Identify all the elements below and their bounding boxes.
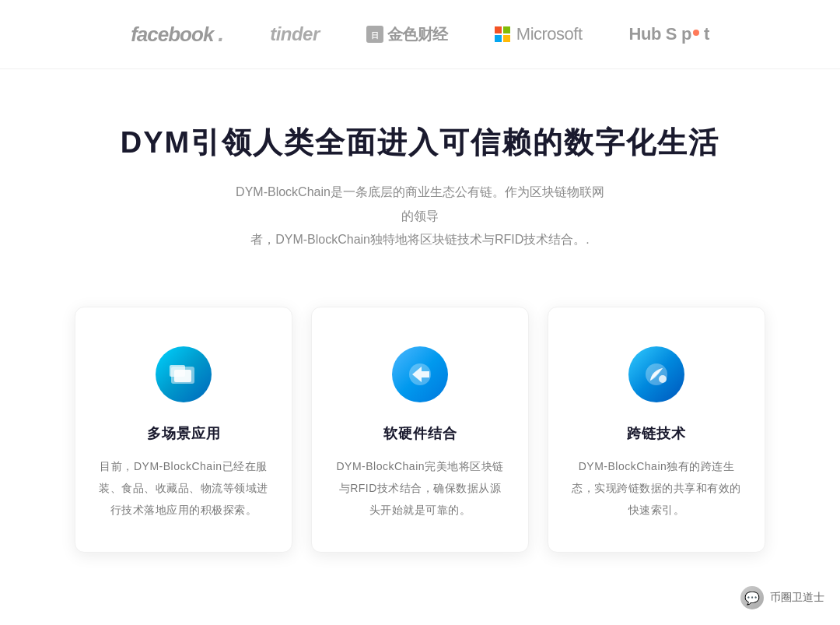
hero-description: DYM-BlockChain是一条底层的商业生态公有链。作为区块链物联网的领导 … [233, 181, 607, 251]
partner-hubspot: HubSpt [629, 24, 709, 44]
jinse-icon: 日 [366, 26, 383, 43]
feature-desc-multi-scene: 目前，DYM-BlockChain已经在服装、食品、收藏品、物流等领域进行技术落… [99, 455, 268, 521]
watermark-text: 币圈卫道士 [770, 591, 824, 605]
partner-facebook: facebook [131, 22, 223, 47]
partner-tinder: tinder [270, 23, 320, 45]
feature-desc-hardware-software: DYM-BlockChain完美地将区块链与RFID技术结合，确保数据从源头开始… [335, 455, 505, 521]
feature-card-multi-scene: 多场景应用 目前，DYM-BlockChain已经在服装、食品、收藏品、物流等领… [75, 307, 292, 553]
microsoft-label: Microsoft [516, 24, 583, 44]
feature-title-multi-scene: 多场景应用 [99, 424, 268, 443]
hero-desc-line1: DYM-BlockChain是一条底层的商业生态公有链。作为区块链物联网的领导 [236, 185, 604, 222]
hero-title: DYM引领人类全面进入可信赖的数字化生活 [78, 124, 762, 162]
facebook-label: facebook [131, 23, 213, 47]
microsoft-grid-icon [495, 26, 510, 42]
hubspot-dot-icon [693, 30, 699, 36]
partner-jinse: 日 金色财经 [366, 24, 448, 45]
svg-rect-4 [170, 365, 185, 377]
watermark: 💬 币圈卫道士 [740, 586, 824, 609]
feature-card-hardware-software: 软硬件结合 DYM-BlockChain完美地将区块链与RFID技术结合，确保数… [311, 307, 529, 553]
tinder-label: tinder [270, 23, 320, 45]
jinse-label: 金色财经 [387, 24, 448, 45]
facebook-period [218, 22, 223, 47]
cross-chain-icon [628, 346, 684, 402]
hero-section: DYM引领人类全面进入可信赖的数字化生活 DYM-BlockChain是一条底层… [0, 69, 840, 291]
feature-title-cross-chain: 跨链技术 [572, 424, 741, 443]
feature-title-hardware-software: 软硬件结合 [335, 424, 505, 443]
hardware-software-icon [392, 346, 448, 402]
feature-desc-cross-chain: DYM-BlockChain独有的跨连生态，实现跨链数据的共享和有效的快速索引。 [572, 455, 741, 521]
features-section: 多场景应用 目前，DYM-BlockChain已经在服装、食品、收藏品、物流等领… [0, 291, 840, 599]
wechat-icon: 💬 [740, 586, 764, 609]
svg-point-8 [659, 375, 667, 383]
svg-text:日: 日 [371, 31, 379, 40]
multi-scene-icon [156, 346, 212, 402]
feature-card-cross-chain: 跨链技术 DYM-BlockChain独有的跨连生态，实现跨链数据的共享和有效的… [548, 307, 765, 553]
hero-desc-line2: 者，DYM-BlockChain独特地将区块链技术与RFID技术结合。. [250, 233, 590, 246]
partners-bar: facebook tinder 日 金色财经 Microsoft HubSpt [0, 0, 840, 69]
partner-microsoft: Microsoft [495, 24, 583, 44]
